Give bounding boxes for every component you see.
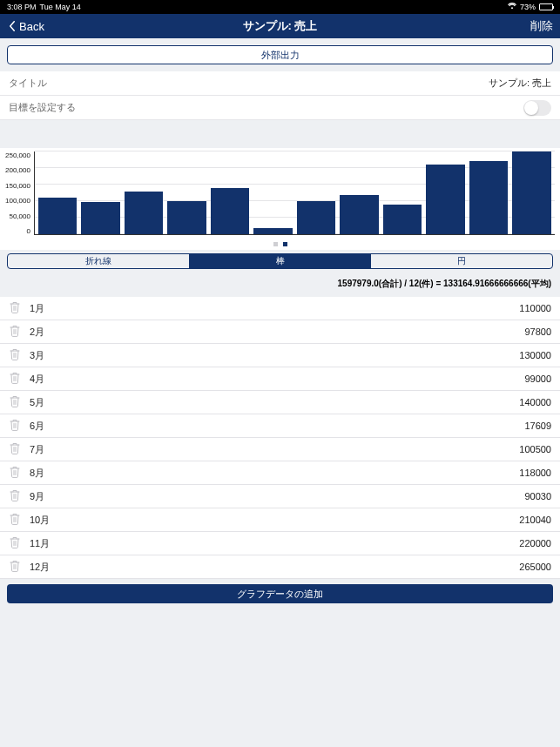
trash-icon[interactable] xyxy=(9,489,21,503)
summary-text: 1597979.0(合計) / 12(件) = 133164.916666666… xyxy=(0,269,560,297)
table-row[interactable]: 1月110000 xyxy=(0,297,560,320)
row-value: 97800 xyxy=(524,326,551,337)
chart-bar[interactable] xyxy=(469,161,509,234)
trash-icon[interactable] xyxy=(9,395,21,409)
chart-bar[interactable] xyxy=(125,192,164,234)
row-value: 130000 xyxy=(519,350,551,360)
row-label: 8月 xyxy=(30,467,44,480)
chart-pager xyxy=(5,235,555,250)
row-label: 6月 xyxy=(30,420,44,433)
table-row[interactable]: 2月97800 xyxy=(0,320,560,344)
table-row[interactable]: 12月265000 xyxy=(0,555,560,579)
row-label: 3月 xyxy=(30,349,44,362)
pager-dot-active[interactable] xyxy=(283,242,287,246)
table-row[interactable]: 5月140000 xyxy=(0,391,560,414)
chart-bar[interactable] xyxy=(253,228,293,234)
row-label: 1月 xyxy=(30,302,44,315)
trash-icon[interactable] xyxy=(9,442,21,456)
row-value: 100500 xyxy=(519,444,551,454)
row-label: 4月 xyxy=(30,373,44,386)
table-row[interactable]: 3月130000 xyxy=(0,344,560,367)
add-data-button[interactable]: グラフデータの追加 xyxy=(7,584,553,603)
data-rows: 1月1100002月978003月1300004月990005月1400006月… xyxy=(0,297,560,579)
title-label: タイトル xyxy=(9,77,47,90)
y-tick: 250,000 xyxy=(5,151,30,159)
title-value: サンプル: 売上 xyxy=(489,77,551,90)
page-title: サンプル: 売上 xyxy=(0,18,560,34)
chart-plot[interactable] xyxy=(34,151,555,235)
table-row[interactable]: 8月118000 xyxy=(0,461,560,485)
row-value: 210040 xyxy=(519,515,551,525)
y-tick: 0 xyxy=(5,227,30,235)
chart-type-segment: 折れ線 棒 円 xyxy=(7,253,553,269)
row-value: 90030 xyxy=(524,491,551,501)
row-value: 99000 xyxy=(524,374,551,384)
row-value: 17609 xyxy=(524,421,551,431)
table-row[interactable]: 9月90030 xyxy=(0,485,560,508)
row-value: 220000 xyxy=(519,538,551,548)
row-value: 140000 xyxy=(519,397,551,407)
table-row[interactable]: 4月99000 xyxy=(0,367,560,391)
row-label: 9月 xyxy=(30,490,44,503)
goal-label: 目標を設定する xyxy=(9,101,76,114)
trash-icon[interactable] xyxy=(9,513,21,527)
status-date: Tue May 14 xyxy=(40,3,81,11)
back-button[interactable]: Back xyxy=(7,20,44,33)
pager-dot[interactable] xyxy=(273,242,278,246)
row-value: 110000 xyxy=(519,303,551,313)
back-label: Back xyxy=(19,20,44,33)
table-row[interactable]: 10月210040 xyxy=(0,508,560,532)
chart-bar[interactable] xyxy=(383,205,422,234)
chevron-left-icon xyxy=(7,21,17,31)
row-label: 12月 xyxy=(30,561,50,574)
y-tick: 150,000 xyxy=(5,182,30,190)
goal-toggle[interactable] xyxy=(523,100,551,116)
trash-icon[interactable] xyxy=(9,301,21,315)
battery-icon xyxy=(539,3,553,10)
chart-y-axis: 250,000200,000150,000100,00050,0000 xyxy=(5,151,34,235)
row-label: 2月 xyxy=(30,326,44,339)
trash-icon[interactable] xyxy=(9,536,21,550)
export-button[interactable]: 外部出力 xyxy=(7,45,553,64)
chart-bar[interactable] xyxy=(38,198,78,234)
chart-container: 250,000200,000150,000100,00050,0000 xyxy=(0,148,560,250)
chart-bar[interactable] xyxy=(81,202,120,234)
segment-line[interactable]: 折れ線 xyxy=(8,254,189,268)
row-label: 10月 xyxy=(30,514,50,527)
trash-icon[interactable] xyxy=(9,560,21,574)
row-value: 118000 xyxy=(519,468,551,478)
trash-icon[interactable] xyxy=(9,325,21,339)
title-cell[interactable]: タイトル サンプル: 売上 xyxy=(0,71,560,96)
goal-cell: 目標を設定する xyxy=(0,96,560,120)
status-time: 3:08 PM xyxy=(7,3,37,11)
row-label: 11月 xyxy=(30,537,50,550)
nav-bar: Back サンプル: 売上 削除 xyxy=(0,14,560,38)
trash-icon[interactable] xyxy=(9,419,21,433)
y-tick: 200,000 xyxy=(5,166,30,174)
status-bar: 3:08 PM Tue May 14 73% xyxy=(0,0,560,14)
table-row[interactable]: 11月220000 xyxy=(0,532,560,555)
table-row[interactable]: 6月17609 xyxy=(0,414,560,438)
trash-icon[interactable] xyxy=(9,466,21,480)
delete-button[interactable]: 削除 xyxy=(530,18,553,34)
chart-bar[interactable] xyxy=(340,195,379,234)
row-label: 7月 xyxy=(30,443,44,456)
y-tick: 100,000 xyxy=(5,197,30,205)
segment-pie[interactable]: 円 xyxy=(370,254,552,268)
chart-bar[interactable] xyxy=(426,165,465,234)
y-tick: 50,000 xyxy=(5,212,30,220)
chart-bar[interactable] xyxy=(211,188,250,234)
chart-bar[interactable] xyxy=(512,151,551,234)
segment-bar[interactable]: 棒 xyxy=(189,254,371,268)
trash-icon[interactable] xyxy=(9,348,21,362)
trash-icon[interactable] xyxy=(9,372,21,386)
table-row[interactable]: 7月100500 xyxy=(0,438,560,461)
chart-bar[interactable] xyxy=(167,201,206,234)
chart-bar[interactable] xyxy=(297,201,336,234)
battery-percent: 73% xyxy=(520,3,536,11)
row-label: 5月 xyxy=(30,396,44,409)
wifi-icon xyxy=(508,3,516,11)
row-value: 265000 xyxy=(519,562,551,572)
